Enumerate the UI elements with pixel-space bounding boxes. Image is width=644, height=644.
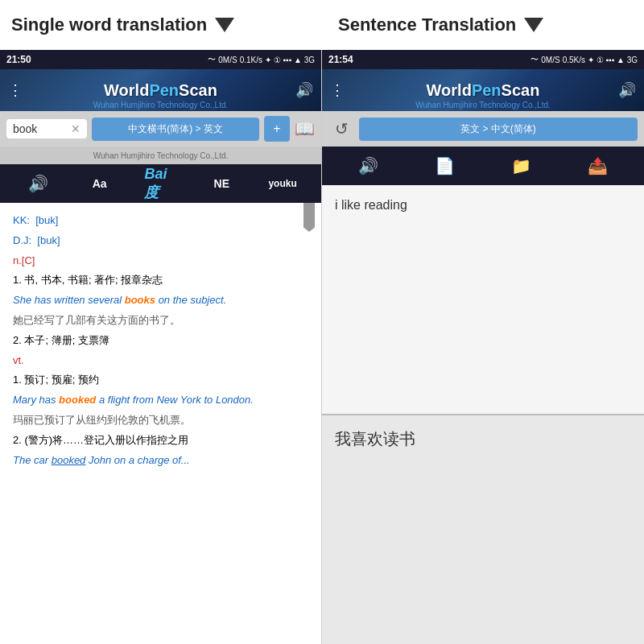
sentence-output-text: 我喜欢读书 [335, 430, 415, 448]
dict-vt-def-2: 2. (警方)将……登记入册以作指控之用 [13, 432, 308, 449]
left-youku-tool-icon[interactable]: youku [266, 167, 299, 200]
dict-def-1: 1. 书, 书本, 书籍; 著作; 报章杂志 [13, 272, 308, 289]
dict-example-2-cn: 玛丽已预订了从纽约到伦敦的飞机票。 [13, 412, 308, 429]
sentence-output-display: 我喜欢读书 [322, 415, 644, 644]
main-content: 21:50 〜 0M/S 0.1K/s ✦ ① ▪▪▪ ▲ 3G ⋮ World… [0, 50, 644, 644]
right-data-rate: 0.5K/s [563, 56, 585, 64]
right-speaker-tool-icon[interactable]: 🔊 [353, 150, 385, 182]
left-font-tool-icon[interactable]: Aa [84, 167, 116, 200]
right-wifi-icon: 〜 [530, 54, 539, 65]
left-baidu-tool-icon[interactable]: Bai度 [144, 167, 176, 200]
right-share-icon[interactable]: 📤 [582, 150, 614, 182]
right-time: 21:54 [328, 54, 353, 65]
right-new-doc-icon[interactable]: 📄 [429, 150, 461, 182]
left-title: Single word translation [11, 14, 207, 35]
dict-kk: KK: [buk] [13, 213, 308, 229]
sentence-area: i like reading 我喜欢读书 [322, 185, 644, 644]
left-arrow-down-icon[interactable] [215, 18, 234, 32]
right-app-header: ⋮ WorldPenScan Wuhan Humjihiro Technolog… [322, 69, 644, 111]
right-status-icons: 〜 0M/S 0.5K/s ✦ ① ▪▪▪ ▲ 3G [530, 54, 638, 65]
dict-example-1-cn: 她已经写了几部有关这方面的书了。 [13, 312, 308, 329]
sentence-input-display[interactable]: i like reading [322, 185, 644, 414]
right-tool-bar: 🔊 📄 📁 📤 [322, 147, 644, 185]
dict-pos-vt: vt. [13, 353, 308, 369]
left-speaker-icon[interactable]: 🔊 [295, 81, 313, 99]
dict-vt-def-1: 1. 预订; 预雇; 预约 [13, 372, 308, 389]
left-signal-icons: ✦ ① ▪▪▪ ▲ 3G [265, 56, 315, 64]
left-wifi-icon: 〜 [208, 54, 216, 65]
left-watermark: Wuhan Humjihiro Technology Co.,Ltd. [93, 101, 229, 109]
left-header: Single word translation [0, 14, 322, 35]
left-tool-bar: 🔊 Aa Bai度 NE youku [0, 164, 321, 203]
left-search-input-wrap[interactable]: book ✕ [6, 119, 87, 138]
right-world-text: World [427, 81, 472, 99]
left-time: 21:50 [6, 54, 31, 65]
left-search-bar: book ✕ 中文横书(简体) > 英文 + 📖 [0, 111, 321, 147]
left-watermark-text: Wuhan Humjihiro Technology Co.,Ltd. [93, 151, 229, 160]
right-signal-icons: ✦ ① ▪▪▪ ▲ 3G [588, 56, 638, 64]
dict-example-3-en: The car booked John on a charge of... [13, 452, 308, 469]
right-search-bar: ↺ 英文 > 中文(简体) [322, 111, 644, 147]
left-translate-button[interactable]: 中文横书(简体) > 英文 [92, 118, 259, 141]
sentence-input-text: i like reading [335, 198, 407, 212]
right-arrow-down-icon[interactable] [524, 18, 543, 32]
left-watermark-bar: Wuhan Humjihiro Technology Co.,Ltd. [0, 147, 321, 164]
dict-pos-n: n.[C] [13, 253, 308, 270]
left-ne-tool-icon[interactable]: NE [205, 167, 237, 200]
right-network: 0M/S [541, 56, 559, 64]
right-panel: 21:54 〜 0M/S 0.5K/s ✦ ① ▪▪▪ ▲ 3G ⋮ World… [322, 50, 644, 644]
right-header: Sentence Translation [322, 14, 644, 35]
left-dict-content: KK: [buk] D.J: [buk] n.[C] 1. 书, 书本, 书籍;… [0, 203, 321, 644]
left-panel: 21:50 〜 0M/S 0.1K/s ✦ ① ▪▪▪ ▲ 3G ⋮ World… [0, 50, 322, 644]
left-clear-button[interactable]: ✕ [71, 122, 80, 135]
dict-example-2-en: Mary has booked a flight from New York t… [13, 392, 308, 409]
right-speaker-icon[interactable]: 🔊 [618, 81, 636, 99]
pen-text: Pen [149, 81, 179, 99]
right-pen-text: Pen [472, 81, 502, 99]
right-scan-text: Scan [502, 81, 540, 99]
right-translate-button[interactable]: 英文 > 中文(简体) [359, 118, 638, 141]
left-app-header: ⋮ WorldPenScan Wuhan Humjihiro Technolog… [0, 69, 321, 111]
left-menu-icon[interactable]: ⋮ [8, 81, 23, 99]
right-folder-icon[interactable]: 📁 [506, 150, 538, 182]
left-speaker-tool-icon[interactable]: 🔊 [23, 167, 55, 200]
dict-def-2: 2. 本子; 簿册; 支票簿 [13, 332, 308, 349]
left-status-bar: 21:50 〜 0M/S 0.1K/s ✦ ① ▪▪▪ ▲ 3G [0, 50, 321, 69]
left-book-icon[interactable]: 📖 [295, 119, 315, 138]
left-data-rate: 0.1K/s [240, 56, 262, 64]
right-refresh-button[interactable]: ↺ [328, 116, 354, 142]
header-row: Single word translation Sentence Transla… [0, 0, 644, 50]
right-watermark: Wuhan Humjihiro Technology Co.,Ltd. [415, 101, 551, 109]
right-status-bar: 21:54 〜 0M/S 0.5K/s ✦ ① ▪▪▪ ▲ 3G [322, 50, 644, 69]
right-app-title: WorldPenScan [427, 81, 540, 100]
left-app-title: WorldPenScan [104, 81, 217, 100]
world-text: World [104, 81, 149, 99]
left-network: 0M/S [218, 56, 237, 64]
bookmark-icon [303, 203, 315, 232]
left-add-button[interactable]: + [264, 116, 290, 142]
left-status-icons: 〜 0M/S 0.1K/s ✦ ① ▪▪▪ ▲ 3G [208, 54, 315, 65]
right-menu-icon[interactable]: ⋮ [330, 81, 345, 99]
right-title: Sentence Translation [338, 14, 516, 35]
dict-example-1-en: She has written several books on the sub… [13, 292, 308, 309]
dict-dj: D.J: [buk] [13, 233, 308, 250]
left-search-value: book [13, 122, 68, 135]
scan-text: Scan [179, 81, 217, 99]
